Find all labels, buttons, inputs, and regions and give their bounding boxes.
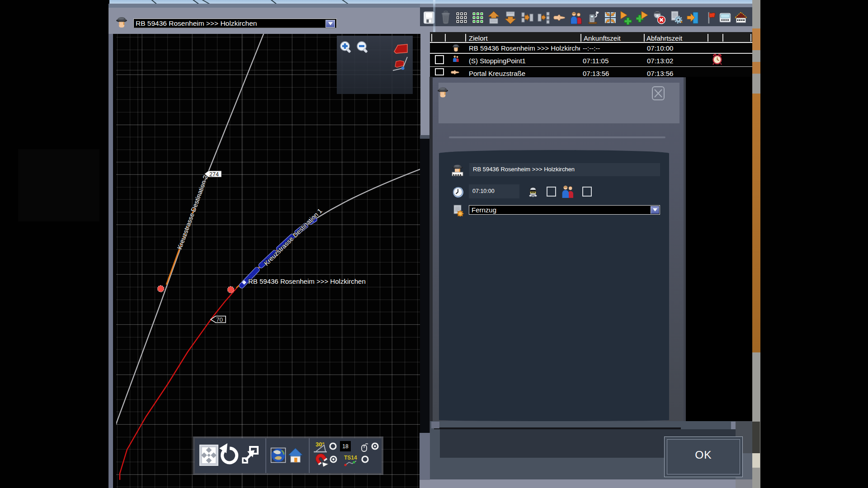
svg-text:TS14: TS14 [344,455,357,461]
svg-text:RB 59436 Rosenheim >>> Holzkir: RB 59436 Rosenheim >>> Holzkirchen [248,277,366,285]
svg-text:30°: 30° [316,441,325,448]
svg-text:18: 18 [342,443,349,450]
svg-text:274: 274 [209,171,219,178]
svg-text:70: 70 [216,316,223,323]
svg-text:Kreuzstrasse Destination 2: Kreuzstrasse Destination 2 [176,174,209,250]
svg-text:Kreuzstrasse Destination 1: Kreuzstrasse Destination 1 [263,207,324,267]
